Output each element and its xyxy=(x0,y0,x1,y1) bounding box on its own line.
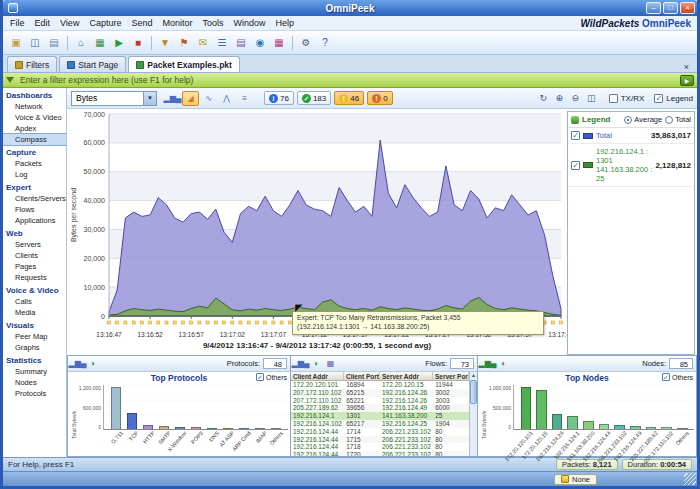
log-icon[interactable]: ▤ xyxy=(232,34,250,52)
tab-filters[interactable]: Filters xyxy=(7,56,57,72)
alarms-icon[interactable]: ⚑ xyxy=(175,34,193,52)
bar-192-216-124-26[interactable]: 192.216.124.26 xyxy=(549,385,565,429)
sidebar-item-peer-map[interactable]: Peer Map xyxy=(3,331,66,342)
sidebar-item-graphs[interactable]: Graphs xyxy=(3,342,66,353)
filter-expression-input[interactable] xyxy=(18,74,676,86)
peaks-chart-button[interactable]: ⋀ xyxy=(218,91,235,106)
print-icon[interactable]: ▤ xyxy=(45,34,63,52)
bar-192-216-124-1[interactable]: 192.216.124.1 xyxy=(565,385,581,429)
nodes-pie-chart-icon[interactable]: ◑ xyxy=(496,357,509,370)
resize-grip[interactable] xyxy=(684,473,696,485)
flows-column-server-addr[interactable]: Server Addr xyxy=(380,372,433,380)
flows-column-server-port[interactable]: Server Port xyxy=(433,372,469,380)
bar-206-221-233-102[interactable]: 206.221.233.102 xyxy=(612,385,628,429)
close-button[interactable]: × xyxy=(680,2,695,14)
sidebar-item-compass[interactable]: Compass xyxy=(3,134,66,145)
start-capture-icon[interactable]: ▶ xyxy=(110,34,128,52)
bar-others[interactable]: Others xyxy=(268,385,284,429)
legend-checkbox[interactable]: ✓ Legend xyxy=(654,94,693,103)
nodes-bar-chart[interactable]: Total Bytes/s1,000,000500,0000172.20.120… xyxy=(478,384,696,456)
txrx-checkbox[interactable]: TX/RX xyxy=(609,94,645,103)
zoom-out-icon[interactable]: ⊖ xyxy=(568,91,583,106)
bar-http[interactable]: HTTP xyxy=(140,385,156,429)
flow-row[interactable]: 205.227.189.6239656192.216.124.496000 xyxy=(291,404,469,412)
sidebar-item-nodes[interactable]: Nodes xyxy=(3,377,66,388)
flows-bar-chart-icon[interactable]: ▂▆▄ xyxy=(294,357,307,370)
sidebar-item-requests[interactable]: Requests xyxy=(3,272,66,283)
flow-row[interactable]: 192.216.124.441714206.221.233.10280 xyxy=(291,428,469,436)
bars-chart-button[interactable]: ▂▆▄ xyxy=(164,91,181,106)
flow-row[interactable]: 192.216.124.441715206.221.233.10280 xyxy=(291,436,469,444)
sidebar-item-packets[interactable]: Packets xyxy=(3,158,66,169)
flow-row[interactable]: 207.172.110.10265221192.216.124.263003 xyxy=(291,397,469,405)
nodes-others-checkbox[interactable]: ✓ Others xyxy=(662,373,693,381)
menu-view[interactable]: View xyxy=(55,18,84,28)
stop-capture-icon[interactable]: ■ xyxy=(129,34,147,52)
flows-pie-chart-icon[interactable]: ◑ xyxy=(309,357,322,370)
sidebar-item-media[interactable]: Media xyxy=(3,307,66,318)
legend-row-selected-flow[interactable]: ✓192.216.124.1 : 1301141.163.38.200 : 25… xyxy=(568,144,694,187)
bar-172-20-120-101[interactable]: 172.20.120.101 xyxy=(518,385,534,429)
protocols-pie-chart-icon[interactable]: ◑ xyxy=(86,357,99,370)
apply-filter-button[interactable]: ▶ xyxy=(680,75,694,86)
sidebar-item-clients[interactable]: Clients xyxy=(3,250,66,261)
tab-start-page[interactable]: Start Page xyxy=(59,56,126,72)
total-radio[interactable]: Total xyxy=(665,115,691,124)
bar-imap[interactable]: IMAP xyxy=(252,385,268,429)
bar-141-163-38-200[interactable]: 141.163.38.200 xyxy=(581,385,597,429)
sidebar-item-clients-servers[interactable]: Clients/Servers xyxy=(3,193,66,204)
sidebar-item-log[interactable]: Log xyxy=(3,169,66,180)
sidebar-item-network[interactable]: Network xyxy=(3,101,66,112)
sidebar-item-applications[interactable]: Applications xyxy=(3,215,66,226)
menu-tools[interactable]: Tools xyxy=(197,18,228,28)
bar-others[interactable]: Others xyxy=(674,385,690,429)
options-icon[interactable]: ⚙ xyxy=(297,34,315,52)
name-table-icon[interactable]: ☰ xyxy=(213,34,231,52)
menu-window[interactable]: Window xyxy=(228,18,270,28)
menu-send[interactable]: Send xyxy=(126,18,157,28)
error-events-counter[interactable]: !0 xyxy=(367,91,392,105)
peer-map-icon[interactable]: ◉ xyxy=(251,34,269,52)
flow-row[interactable]: 207.172.110.10265215192.216.124.263002 xyxy=(291,389,469,397)
stacked-chart-button[interactable]: ≡ xyxy=(236,91,253,106)
menu-capture[interactable]: Capture xyxy=(84,18,126,28)
bar-192-216-124-44[interactable]: 192.216.124.44 xyxy=(596,385,612,429)
flow-row[interactable]: 172.20.120.10116894172.20.120.1511944 xyxy=(291,381,469,389)
refresh-icon[interactable]: ↻ xyxy=(536,91,551,106)
sidebar-item-calls[interactable]: Calls xyxy=(3,296,66,307)
nodes-bar-chart-icon[interactable]: ▂▆▄ xyxy=(481,357,494,370)
protocols-bar-chart[interactable]: Total Bytes/s1,200,000600,0000G.711TCPHT… xyxy=(68,384,290,456)
sidebar-item-apdex[interactable]: Apdex xyxy=(3,123,66,134)
sidebar-item-flows[interactable]: Flows xyxy=(3,204,66,215)
start-page-icon[interactable]: ⌂ xyxy=(72,34,90,52)
flows-column-client-addr[interactable]: Client Addr xyxy=(291,372,344,380)
warn-events-counter[interactable]: !46 xyxy=(334,91,364,105)
menu-monitor[interactable]: Monitor xyxy=(157,18,197,28)
zoom-in-icon[interactable]: ⊕ xyxy=(552,91,567,106)
help-icon[interactable]: ? xyxy=(316,34,334,52)
scrollbar-thumb[interactable] xyxy=(470,380,477,404)
sidebar-item-voice-video[interactable]: Voice & Video xyxy=(3,112,66,123)
menu-edit[interactable]: Edit xyxy=(30,18,56,28)
bar-pop3[interactable]: POP3 xyxy=(188,385,204,429)
flow-row[interactable]: 192.216.124.441718206.221.233.10280 xyxy=(291,443,469,451)
info-events-counter[interactable]: i76 xyxy=(264,91,294,105)
legend-row-checkbox[interactable]: ✓ xyxy=(571,131,580,140)
bar-x-window[interactable]: X-Window xyxy=(172,385,188,429)
flows-column-client-port[interactable]: Client Port xyxy=(344,372,380,380)
sidebar-item-servers[interactable]: Servers xyxy=(3,239,66,250)
protocols-bar-chart-icon[interactable]: ▂▆▄ xyxy=(71,357,84,370)
filters-icon[interactable]: ▼ xyxy=(156,34,174,52)
flow-row[interactable]: 192.216.124.441720206.221.233.10280 xyxy=(291,451,469,456)
bar-arp-cmd[interactable]: ARP Cmd xyxy=(236,385,252,429)
sidebar-item-summary[interactable]: Summary xyxy=(3,366,66,377)
units-select[interactable]: Bytes ▼ xyxy=(71,91,157,106)
sidebar-item-protocols[interactable]: Protocols xyxy=(3,388,66,399)
flows-scrollbar[interactable]: ▲ xyxy=(469,372,477,456)
open-file-icon[interactable]: ▣ xyxy=(7,34,25,52)
bar-at-asp[interactable]: AT ASP xyxy=(220,385,236,429)
snapshot-icon[interactable]: ◫ xyxy=(584,91,599,106)
minimize-button[interactable]: – xyxy=(646,2,661,14)
new-capture-icon[interactable]: ▦ xyxy=(91,34,109,52)
protocols-others-checkbox[interactable]: ✓ Others xyxy=(256,373,287,381)
